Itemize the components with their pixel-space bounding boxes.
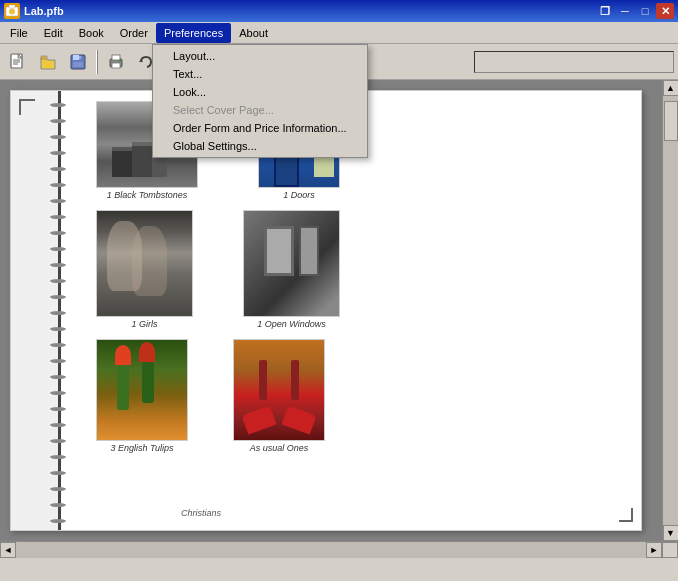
page-corner (19, 99, 35, 115)
spiral-ring (50, 247, 66, 251)
scroll-left-button[interactable]: ◄ (0, 542, 16, 558)
svg-rect-11 (73, 62, 83, 67)
photo-frame-girls (96, 210, 193, 317)
menu-preferences-label: Preferences (164, 27, 223, 39)
menu-order-form[interactable]: Order Form and Price Information... (153, 119, 367, 137)
spiral-ring (50, 407, 66, 411)
spiral-ring (50, 263, 66, 267)
photo-caption-door: 1 Doors (283, 190, 315, 200)
restore-button[interactable]: ❐ (596, 3, 614, 19)
app-icon (4, 3, 20, 19)
svg-rect-14 (112, 55, 120, 60)
close-button[interactable]: ✕ (656, 3, 674, 19)
photo-item-shoes[interactable]: As usual Ones (233, 339, 325, 453)
page-corner-br (619, 508, 633, 522)
scrollbar-vertical: ▲ ▼ (662, 80, 678, 541)
spiral-ring (50, 215, 66, 219)
menu-about[interactable]: About (231, 23, 276, 43)
photo-frame-tulips (96, 339, 188, 441)
spiral-ring (50, 327, 66, 331)
spiral-ring (50, 519, 66, 523)
spiral-ring (50, 375, 66, 379)
spiral-ring (50, 279, 66, 283)
svg-rect-12 (79, 56, 81, 59)
photo-row-2: 1 Girls 1 Open Windows (96, 210, 626, 329)
corner-box (662, 542, 678, 558)
svg-point-1 (9, 9, 15, 15)
spiral-ring (50, 119, 66, 123)
spiral-ring (50, 423, 66, 427)
title-bar-controls: ❐ ─ □ ✕ (596, 3, 674, 19)
scrollbar-horizontal: ◄ ► (0, 541, 678, 557)
maximize-button[interactable]: □ (636, 3, 654, 19)
menu-about-label: About (239, 27, 268, 39)
photo-item-tulips[interactable]: 3 English Tulips (96, 339, 188, 453)
scroll-down-button[interactable]: ▼ (663, 525, 679, 541)
menu-file[interactable]: File (2, 23, 36, 43)
spiral-ring (50, 471, 66, 475)
menu-order-label: Order (120, 27, 148, 39)
svg-rect-8 (41, 56, 47, 59)
status-bar (0, 557, 678, 577)
toolbar-new-button[interactable] (4, 48, 32, 76)
menu-bar: File Edit Book Order Preferences About (0, 22, 678, 44)
title-bar-left: Lab.pfb (4, 3, 64, 19)
spiral-ring (50, 487, 66, 491)
menu-book[interactable]: Book (71, 23, 112, 43)
spiral-ring (50, 359, 66, 363)
menu-text[interactable]: Text... (153, 65, 367, 83)
toolbar-separator-1 (96, 50, 98, 74)
spiral-ring (50, 199, 66, 203)
spiral-ring (50, 103, 66, 107)
menu-order[interactable]: Order (112, 23, 156, 43)
photo-item-girls[interactable]: 1 Girls (96, 210, 193, 329)
spiral-ring (50, 135, 66, 139)
title-bar: Lab.pfb ❐ ─ □ ✕ (0, 0, 678, 22)
menu-preferences[interactable]: Preferences (156, 23, 231, 43)
spiral-ring (50, 503, 66, 507)
spiral-ring (50, 343, 66, 347)
spiral-ring (50, 183, 66, 187)
photo-caption-shoes: As usual Ones (250, 443, 309, 453)
toolbar-open-button[interactable] (34, 48, 62, 76)
menu-file-label: File (10, 27, 28, 39)
photo-item-window[interactable]: 1 Open Windows (243, 210, 340, 329)
svg-rect-2 (9, 5, 15, 8)
svg-rect-16 (119, 60, 121, 62)
menu-global-settings[interactable]: Global Settings... (153, 137, 367, 155)
photo-caption-tulips: 3 English Tulips (111, 443, 174, 453)
scroll-right-button[interactable]: ► (646, 542, 662, 558)
menu-book-label: Book (79, 27, 104, 39)
spiral-ring (50, 311, 66, 315)
photo-caption-girls: 1 Girls (131, 319, 157, 329)
spiral-ring (50, 231, 66, 235)
photo-row-3: 3 English Tulips As usual Ones (96, 339, 626, 453)
menu-layout[interactable]: Layout... (153, 47, 367, 65)
toolbar-right (474, 51, 674, 73)
photo-frame-shoes (233, 339, 325, 441)
toolbar-save-button[interactable] (64, 48, 92, 76)
menu-edit[interactable]: Edit (36, 23, 71, 43)
spiral-ring (50, 295, 66, 299)
spiral-binding (50, 91, 66, 530)
spiral-ring (50, 391, 66, 395)
spiral-ring (50, 455, 66, 459)
window-title: Lab.pfb (24, 5, 64, 17)
photo-caption-window: 1 Open Windows (257, 319, 325, 329)
spiral-ring (50, 151, 66, 155)
toolbar-print-button[interactable] (102, 48, 130, 76)
menu-look[interactable]: Look... (153, 83, 367, 101)
scroll-up-button[interactable]: ▲ (663, 80, 679, 96)
spiral-ring (50, 167, 66, 171)
menu-select-cover: Select Cover Page... (153, 101, 367, 119)
spiral-ring (50, 439, 66, 443)
scroll-track-h[interactable] (16, 542, 646, 558)
minimize-button[interactable]: ─ (616, 3, 634, 19)
page-left (11, 91, 61, 530)
menu-edit-label: Edit (44, 27, 63, 39)
scroll-track-v[interactable] (663, 96, 679, 525)
page-bottom-caption: Christians (181, 508, 221, 518)
photo-caption-cemetery: 1 Black Tombstones (107, 190, 188, 200)
scroll-thumb-v[interactable] (664, 101, 678, 141)
photo-frame-window (243, 210, 340, 317)
